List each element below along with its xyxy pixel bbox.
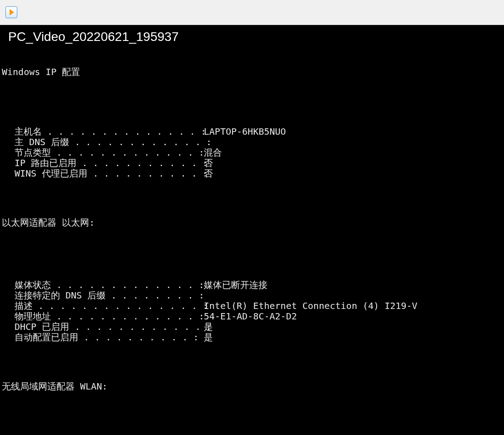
ethernet-row: 自动配置已启用 . . . . . . . . . . : 是 (2, 332, 502, 343)
video-filename: PC_Video_20220621_195937 (0, 25, 504, 46)
host-value: 混合 (198, 147, 502, 158)
ethernet-label: DHCP 已启用 . . . . . . . . . . . . : (15, 322, 198, 332)
ethernet-label: 媒体状态 . . . . . . . . . . . . . : (15, 280, 198, 290)
ethernet-section-title: 以太网适配器 以太网: (2, 218, 502, 228)
ethernet-value: 是 (198, 322, 502, 332)
host-label: IP 路由已启用 . . . . . . . . . . . : (15, 158, 198, 168)
host-label: 主机名 . . . . . . . . . . . . . . : (15, 126, 198, 137)
ethernet-row: 物理地址 . . . . . . . . . . . . . : 54-E1-A… (2, 311, 502, 322)
ethernet-row: 描述 . . . . . . . . . . . . . . . : Intel… (2, 301, 502, 311)
host-value: 否 (198, 168, 502, 179)
ethernet-row: 连接特定的 DNS 后缀 . . . . . . . . : (2, 290, 502, 301)
host-row: WINS 代理已启用 . . . . . . . . . . : 否 (2, 168, 502, 179)
ethernet-value (198, 290, 502, 301)
host-row: IP 路由已启用 . . . . . . . . . . . : 否 (2, 158, 502, 168)
video-console-area: PC_Video_20220621_195937 Windows IP 配置 主… (0, 25, 504, 435)
ethernet-label: 物理地址 . . . . . . . . . . . . . : (15, 311, 198, 322)
ethernet-label: 描述 . . . . . . . . . . . . . . . : (15, 301, 198, 311)
host-value: 否 (198, 158, 502, 168)
host-row: 主机名 . . . . . . . . . . . . . . : LAPTOP… (2, 126, 502, 137)
host-label: WINS 代理已启用 . . . . . . . . . . : (15, 168, 198, 179)
ipconfig-header: Windows IP 配置 (2, 67, 502, 77)
ethernet-label: 连接特定的 DNS 后缀 . . . . . . . . : (15, 290, 198, 301)
host-label: 节点类型 . . . . . . . . . . . . . : (15, 147, 198, 158)
host-label: 主 DNS 后缀 . . . . . . . . . . . . : (15, 137, 198, 147)
ethernet-value: 媒体已断开连接 (198, 280, 502, 290)
wlan-section-title: 无线局域网适配器 WLAN: (2, 381, 502, 392)
host-value (198, 137, 502, 147)
ethernet-value: 是 (198, 332, 502, 343)
host-row: 主 DNS 后缀 . . . . . . . . . . . . : (2, 137, 502, 147)
ethernet-value: 54-E1-AD-8C-A2-D2 (198, 311, 502, 322)
ethernet-value: Intel(R) Ethernet Connection (4) I219-V (198, 301, 502, 311)
host-value: LAPTOP-6HKB5NUO (198, 126, 502, 137)
host-row: 节点类型 . . . . . . . . . . . . . : 混合 (2, 147, 502, 158)
ethernet-row: DHCP 已启用 . . . . . . . . . . . . : 是 (2, 322, 502, 332)
ethernet-row: 媒体状态 . . . . . . . . . . . . . : 媒体已断开连接 (2, 280, 502, 290)
window-titlebar (0, 0, 504, 25)
play-icon[interactable] (5, 6, 17, 18)
ethernet-label: 自动配置已启用 . . . . . . . . . . : (15, 332, 198, 343)
